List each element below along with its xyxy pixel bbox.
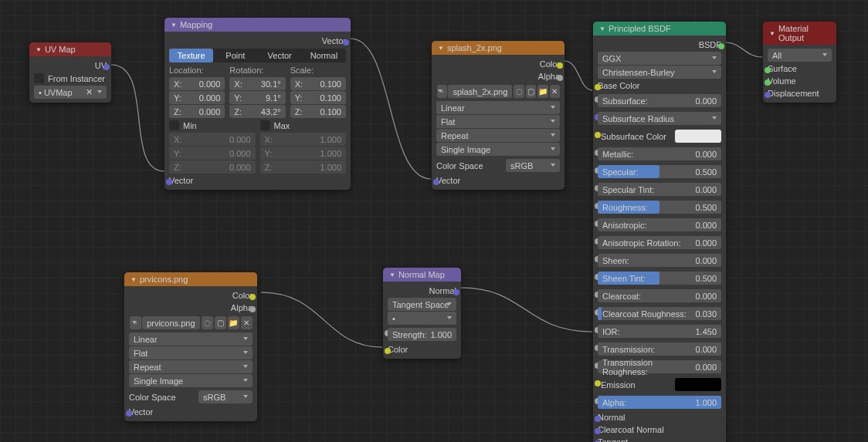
node-material-output[interactable]: ▼Material Output All Surface Volume Disp… <box>763 22 836 103</box>
source-select[interactable]: Single Image <box>436 143 560 156</box>
node-mapping[interactable]: ▼Mapping Vector Texture Point Vector Nor… <box>164 18 351 190</box>
min-y[interactable]: Y:0.000 <box>169 147 256 160</box>
mapping-type-tabs[interactable]: Texture Point Vector Normal <box>169 49 346 62</box>
uvmap-select[interactable]: • UVMap✕ <box>34 86 107 99</box>
specular-slider[interactable]: Specular:0.500 <box>598 165 721 178</box>
loc-z[interactable]: Z:0.000 <box>169 105 225 118</box>
node-header[interactable]: ▼Principled BSDF <box>593 22 726 35</box>
projection-select[interactable]: Flat <box>129 346 253 359</box>
new-image-icon[interactable]: ▢ <box>215 316 226 329</box>
node-header[interactable]: ▼UV Map <box>29 42 111 56</box>
node-header[interactable]: ▼splash_2x.png <box>432 41 565 55</box>
metallic-slider[interactable]: Metallic:0.000 <box>598 147 721 160</box>
interpolation-select[interactable]: Linear <box>436 101 560 114</box>
node-header[interactable]: ▼Material Output <box>763 22 836 45</box>
node-normal-map[interactable]: ▼Normal Map Normal Tangent Space • Stren… <box>383 268 461 359</box>
interpolation-select[interactable]: Linear <box>129 332 253 346</box>
strength-slider[interactable]: Strength:1.000 <box>388 328 456 341</box>
input-vector: Vector <box>436 174 560 187</box>
unlink-icon[interactable]: ✕ <box>550 85 560 98</box>
input-vector: Vector <box>129 406 253 418</box>
extension-select[interactable]: Repeat <box>436 129 560 142</box>
anisotropic-slider[interactable]: Anisotropic:0.000 <box>598 218 721 231</box>
alpha-slider[interactable]: Alpha:1.000 <box>598 396 721 409</box>
node-principled-bsdf[interactable]: ▼Principled BSDF BSDF GGX Christensen-Bu… <box>593 22 726 442</box>
subsurface-method-select[interactable]: Christensen-Burley <box>598 66 721 79</box>
collapse-icon[interactable]: ▼ <box>769 30 775 37</box>
tab-point[interactable]: Point <box>213 49 257 62</box>
node-uvmap[interactable]: ▼UV Map UV From Instancer • UVMap✕ <box>29 42 111 103</box>
image-browse-icon[interactable]: ▫ <box>130 316 141 329</box>
node-image-texture-1[interactable]: ▼splash_2x.png Color Alpha ▫ splash_2x.p… <box>432 41 565 190</box>
max-x[interactable]: X:1.000 <box>260 133 347 146</box>
collapse-icon[interactable]: ▼ <box>36 46 42 53</box>
transmission-roughness-slider[interactable]: Transmission Roughness:0.000 <box>598 360 721 373</box>
node-header[interactable]: ▼Normal Map <box>383 268 461 282</box>
rot-x[interactable]: X:30.1° <box>229 77 285 90</box>
collapse-icon[interactable]: ▼ <box>131 276 137 283</box>
min-x[interactable]: X:0.000 <box>169 133 256 146</box>
subsurface-slider[interactable]: Subsurface:0.000 <box>598 94 721 107</box>
min-checkbox[interactable]: Min <box>169 119 256 132</box>
specular-tint-slider[interactable]: Specular Tint:0.000 <box>598 183 721 196</box>
node-title: Material Output <box>778 24 830 42</box>
colorspace-select[interactable]: sRGB <box>198 390 253 403</box>
tab-texture[interactable]: Texture <box>169 49 213 62</box>
unlink-icon[interactable]: ✕ <box>241 316 253 329</box>
node-title: splash_2x.png <box>447 43 502 52</box>
uvmap-select[interactable]: • <box>388 312 456 325</box>
anisotropic-rotation-slider[interactable]: Anisotropic Rotation:0.000 <box>598 236 721 249</box>
space-select[interactable]: Tangent Space <box>388 298 456 311</box>
output-color: Color <box>129 289 253 302</box>
roughness-slider[interactable]: Roughness:0.500 <box>598 201 721 214</box>
image-name[interactable]: splash_2x.png <box>448 85 512 98</box>
subsurface-radius[interactable]: Subsurface Radius <box>598 112 721 125</box>
fake-user-icon[interactable]: ◌ <box>202 316 213 329</box>
colorspace-select[interactable]: sRGB <box>506 159 560 172</box>
input-subsurface-color[interactable]: Subsurface Color <box>598 127 721 145</box>
input-emission[interactable]: Emission <box>598 376 721 393</box>
node-header[interactable]: ▼prvicons.png <box>124 272 257 286</box>
source-select[interactable]: Single Image <box>129 374 253 387</box>
loc-x[interactable]: X:0.000 <box>169 77 225 90</box>
collapse-icon[interactable]: ▼ <box>438 45 444 52</box>
scale-y[interactable]: Y:0.100 <box>290 91 346 104</box>
open-image-icon[interactable]: 📁 <box>537 85 548 98</box>
fake-user-icon[interactable]: ◌ <box>514 85 524 98</box>
input-displacement: Displacement <box>768 87 832 100</box>
node-image-texture-2[interactable]: ▼prvicons.png Color Alpha ▫ prvicons.png… <box>124 272 257 421</box>
input-surface: Surface <box>768 62 832 75</box>
min-z[interactable]: Z:0.000 <box>169 160 256 174</box>
max-z[interactable]: Z:1.000 <box>260 160 347 174</box>
sheen-tint-slider[interactable]: Sheen Tint:0.500 <box>598 272 721 285</box>
extension-select[interactable]: Repeat <box>129 360 253 373</box>
new-image-icon[interactable]: ▢ <box>526 85 536 98</box>
node-title: Mapping <box>180 20 212 29</box>
from-instancer-checkbox[interactable]: From Instancer <box>34 72 107 85</box>
projection-select[interactable]: Flat <box>436 115 560 128</box>
max-y[interactable]: Y:1.000 <box>260 147 347 160</box>
target-select[interactable]: All <box>768 49 832 62</box>
collapse-icon[interactable]: ▼ <box>599 25 605 32</box>
sheen-slider[interactable]: Sheen:0.000 <box>598 254 721 267</box>
rot-y[interactable]: Y:9.1° <box>229 91 285 104</box>
collapse-icon[interactable]: ▼ <box>389 272 395 278</box>
image-browse-icon[interactable]: ▫ <box>437 85 447 98</box>
loc-y[interactable]: Y:0.000 <box>169 91 225 104</box>
clearcoat-roughness-slider[interactable]: Clearcoat Roughness:0.030 <box>598 307 721 320</box>
max-checkbox[interactable]: Max <box>260 119 347 132</box>
tab-vector[interactable]: Vector <box>258 49 302 62</box>
node-title: Principled BSDF <box>609 24 671 33</box>
rot-z[interactable]: Z:43.2° <box>229 105 285 118</box>
scale-z[interactable]: Z:0.100 <box>290 105 346 118</box>
transmission-slider[interactable]: Transmission:0.000 <box>598 342 721 356</box>
open-image-icon[interactable]: 📁 <box>228 316 239 329</box>
image-name[interactable]: prvicons.png <box>142 316 199 329</box>
tab-normal[interactable]: Normal <box>302 49 346 62</box>
node-header[interactable]: ▼Mapping <box>164 18 351 32</box>
scale-x[interactable]: X:0.100 <box>290 77 346 90</box>
clearcoat-slider[interactable]: Clearcoat:0.000 <box>598 289 721 302</box>
collapse-icon[interactable]: ▼ <box>171 22 177 29</box>
distribution-select[interactable]: GGX <box>598 52 721 65</box>
ior-slider[interactable]: IOR:1.450 <box>598 325 721 338</box>
